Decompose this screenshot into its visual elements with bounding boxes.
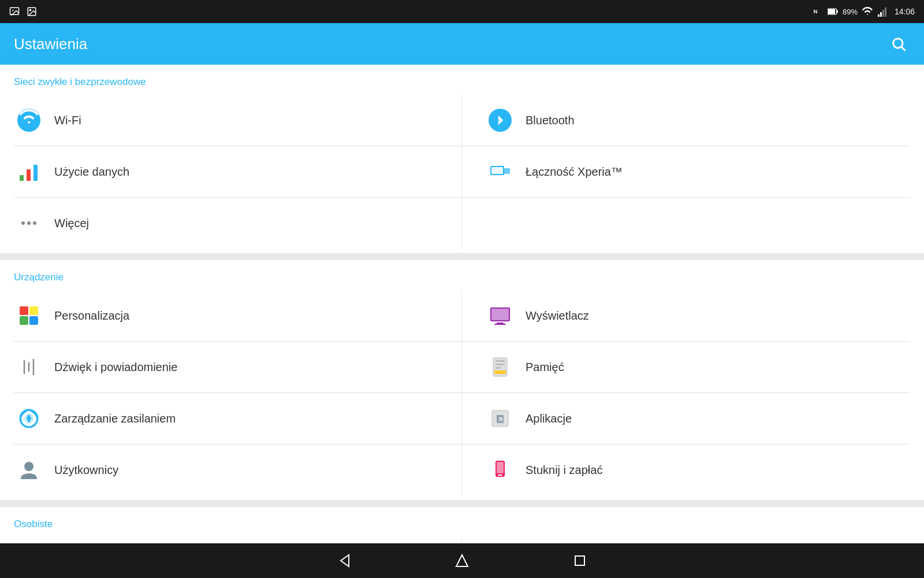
svg-point-22 <box>21 221 25 225</box>
svg-rect-38 <box>495 364 505 365</box>
data-usage-icon <box>14 157 44 187</box>
svg-rect-10 <box>882 10 884 17</box>
svg-rect-7 <box>828 9 835 14</box>
svg-point-3 <box>29 9 31 10</box>
image-icon <box>27 6 37 17</box>
storage-label: Pamięć <box>526 361 564 374</box>
sound-icon <box>14 352 44 382</box>
settings-item-apps[interactable]: B Aplikacje <box>462 393 910 444</box>
svg-rect-28 <box>29 316 38 325</box>
svg-text:B: B <box>499 416 503 422</box>
svg-rect-8 <box>878 14 880 17</box>
settings-item-storage[interactable]: Pamięć <box>462 342 910 393</box>
svg-rect-11 <box>885 8 886 17</box>
bluetooth-label: Bluetooth <box>526 114 575 127</box>
svg-rect-20 <box>504 168 510 174</box>
status-bar: N 89% <box>0 0 924 23</box>
svg-point-23 <box>27 221 31 225</box>
settings-item-personalization[interactable]: Personalizacja <box>14 290 462 342</box>
svg-rect-16 <box>20 175 24 181</box>
recents-button[interactable] <box>567 548 593 573</box>
users-icon <box>14 455 44 485</box>
nfc-icon: N <box>813 6 823 17</box>
networks-grid: Wi-Fi Bluetooth <box>14 95 910 249</box>
svg-rect-27 <box>20 316 28 325</box>
svg-marker-54 <box>456 555 468 566</box>
users-label: Użytkownicy <box>54 464 118 477</box>
wifi-status-icon <box>862 6 873 17</box>
apps-label: Aplikacje <box>526 412 572 425</box>
settings-item-tap-pay[interactable]: Stuknij i zapłać <box>462 444 910 495</box>
svg-point-46 <box>24 462 33 471</box>
settings-content: Sieci zwykłe i bezprzewodowe Wi-Fi <box>0 65 924 543</box>
settings-item-xperia[interactable]: Łączność Xperia™ <box>462 146 910 198</box>
svg-text:N: N <box>813 8 817 14</box>
home-button[interactable] <box>449 548 475 573</box>
svg-rect-55 <box>575 556 584 565</box>
personalization-icon <box>14 301 44 331</box>
settings-item-power[interactable]: Zarządzanie zasilaniem <box>14 393 462 444</box>
tap-pay-label: Stuknij i zapłać <box>526 464 602 477</box>
status-bar-left <box>9 6 37 17</box>
svg-rect-9 <box>880 12 882 17</box>
svg-rect-18 <box>33 165 38 181</box>
power-label: Zarządzanie zasilaniem <box>54 412 176 425</box>
settings-item-data-usage[interactable]: Użycie danych <box>14 146 462 198</box>
svg-point-24 <box>33 221 36 225</box>
svg-rect-37 <box>495 360 505 362</box>
section-personal: Osobiste Lokalizacja <box>0 507 924 543</box>
section-personal-header: Osobiste <box>14 507 910 537</box>
svg-rect-39 <box>495 367 501 369</box>
bluetooth-icon <box>485 105 515 135</box>
search-button[interactable] <box>887 32 910 55</box>
svg-point-12 <box>893 39 903 48</box>
top-bar: Ustawienia <box>0 23 924 65</box>
section-networks: Sieci zwykłe i bezprzewodowe Wi-Fi <box>0 65 924 253</box>
settings-item-sound[interactable]: Dźwięk i powiadomienie <box>14 342 462 393</box>
svg-rect-30 <box>491 309 509 320</box>
device-grid: Personalizacja Wyświetlacz <box>14 290 910 495</box>
settings-item-location[interactable]: Lokalizacja <box>14 537 462 543</box>
section-networks-header: Sieci zwykłe i bezprzewodowe <box>14 65 910 95</box>
svg-point-15 <box>489 109 512 132</box>
display-icon <box>485 301 515 331</box>
svg-point-14 <box>17 109 40 132</box>
settings-item-more[interactable]: Więcej <box>14 198 462 249</box>
back-button[interactable] <box>331 548 357 573</box>
settings-item-users[interactable]: Użytkownicy <box>14 444 462 495</box>
display-label: Wyświetlacz <box>526 309 589 323</box>
section-device-header: Urządzenie <box>14 260 910 290</box>
svg-rect-49 <box>498 475 502 476</box>
personalization-label: Personalizacja <box>54 309 129 323</box>
more-icon <box>14 208 44 238</box>
wifi-label: Wi-Fi <box>54 114 81 127</box>
power-icon <box>14 403 44 433</box>
settings-item-display[interactable]: Wyświetlacz <box>462 290 910 342</box>
storage-icon <box>485 352 515 382</box>
data-usage-label: Użycie danych <box>54 165 129 179</box>
svg-rect-48 <box>497 462 504 473</box>
battery-icon <box>828 6 838 17</box>
more-label: Więcej <box>54 217 89 230</box>
svg-marker-53 <box>341 555 349 566</box>
section-device: Urządzenie Personalizacja <box>0 260 924 500</box>
xperia-connectivity-icon <box>485 157 515 187</box>
nav-bar <box>0 543 924 578</box>
svg-rect-40 <box>494 370 506 374</box>
svg-rect-6 <box>837 10 838 13</box>
svg-rect-17 <box>27 169 31 181</box>
svg-point-1 <box>12 10 13 11</box>
sound-label: Dźwięk i powiadomienie <box>54 361 177 374</box>
time-display: 14:06 <box>895 7 915 16</box>
svg-line-13 <box>901 47 905 50</box>
settings-item-bluetooth[interactable]: Bluetooth <box>462 95 910 146</box>
xperia-label: Łączność Xperia™ <box>526 165 623 179</box>
page-title: Ustawienia <box>14 35 87 53</box>
svg-rect-0 <box>10 8 19 14</box>
battery-level: 89% <box>843 8 858 16</box>
svg-rect-21 <box>491 167 503 174</box>
signal-icon <box>877 6 888 17</box>
svg-rect-25 <box>20 306 28 315</box>
settings-item-security[interactable]: Zabezpieczenia <box>462 537 910 543</box>
settings-item-wifi[interactable]: Wi-Fi <box>14 95 462 146</box>
